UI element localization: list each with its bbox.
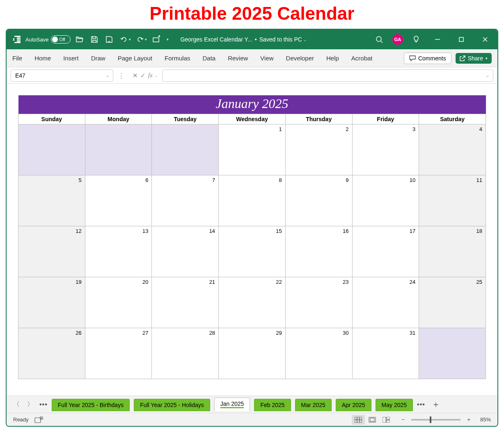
calendar-day-cell[interactable]: [152, 124, 219, 175]
autosave-toggle[interactable]: Off: [51, 35, 71, 44]
svg-rect-5: [153, 38, 159, 42]
calendar-day-cell[interactable]: 2: [285, 124, 352, 175]
close-button[interactable]: [477, 33, 493, 46]
formula-input[interactable]: ⌵: [162, 69, 493, 82]
day-header: Sunday: [18, 114, 85, 124]
lightbulb-icon[interactable]: [410, 34, 422, 45]
open-icon[interactable]: [74, 34, 85, 45]
search-icon[interactable]: [373, 34, 385, 45]
worksheet-area[interactable]: January 2025 SundayMondayTuesdayWednesda…: [7, 84, 497, 396]
calendar-day-cell[interactable]: 19: [18, 277, 85, 328]
ribbon-tab-review[interactable]: Review: [228, 52, 248, 64]
sheet-tab-may-2025[interactable]: May 2025: [376, 399, 413, 411]
maximize-button[interactable]: [453, 33, 470, 46]
redo-dropdown[interactable]: ▾: [145, 37, 147, 41]
sheet-nav-next[interactable]: 〉: [25, 400, 35, 409]
calendar-day-cell[interactable]: 7: [152, 175, 219, 226]
calendar-day-cell[interactable]: 1: [219, 124, 286, 175]
calendar-day-cell[interactable]: 18: [419, 226, 486, 277]
macro-record-icon[interactable]: [34, 416, 44, 423]
page-layout-view-button[interactable]: [366, 415, 379, 425]
sheet-nav-prev[interactable]: 〈: [11, 400, 21, 409]
saved-status-dropdown[interactable]: Saved to this PC ⌵: [259, 36, 306, 43]
calendar-day-cell[interactable]: 6: [85, 175, 152, 226]
comments-button[interactable]: Comments: [404, 53, 451, 64]
sheet-tab-jan-2025[interactable]: Jan 2025: [214, 398, 250, 411]
sheet-tab-full-year-2025-holidays[interactable]: Full Year 2025 - Holidays: [134, 399, 210, 411]
calendar-day-cell[interactable]: 25: [419, 277, 486, 328]
calendar-day-cell[interactable]: 31: [352, 328, 419, 379]
calendar-day-cell[interactable]: 13: [85, 226, 152, 277]
calendar-day-cell[interactable]: 29: [219, 328, 286, 379]
chevron-down-icon[interactable]: ⌵: [155, 74, 157, 78]
zoom-percentage[interactable]: 85%: [474, 416, 491, 423]
calendar-day-cell[interactable]: 22: [219, 277, 286, 328]
redo-icon[interactable]: [134, 34, 146, 45]
more-icon[interactable]: ⋮: [118, 72, 124, 79]
calendar-day-cell[interactable]: 8: [219, 175, 286, 226]
zoom-slider[interactable]: [411, 419, 460, 421]
zoom-out-button[interactable]: −: [399, 416, 408, 423]
calendar-day-cell[interactable]: 27: [85, 328, 152, 379]
calendar-day-cell[interactable]: 17: [352, 226, 419, 277]
calendar-day-cell[interactable]: 28: [152, 328, 219, 379]
sheet-tab-feb-2025[interactable]: Feb 2025: [254, 399, 291, 411]
calendar-day-cell[interactable]: 15: [219, 226, 286, 277]
page-break-view-button[interactable]: [380, 415, 393, 425]
qat-customize-icon[interactable]: ▾: [167, 37, 169, 41]
calendar-day-cell[interactable]: 3: [352, 124, 419, 175]
svg-rect-7: [459, 37, 463, 41]
calendar-day-cell[interactable]: 4: [419, 124, 486, 175]
ribbon-tab-formulas[interactable]: Formulas: [165, 52, 190, 64]
calendar-day-cell[interactable]: 5: [18, 175, 85, 226]
save-pdf-icon[interactable]: [103, 34, 115, 45]
undo-dropdown[interactable]: ▾: [129, 37, 131, 41]
ribbon-tab-insert[interactable]: Insert: [63, 52, 79, 64]
sheet-nav-more[interactable]: •••: [39, 401, 48, 408]
calendar-day-cell[interactable]: [85, 124, 152, 175]
calendar-day-cell[interactable]: 11: [419, 175, 486, 226]
sheet-tab-full-year-2025-birthdays[interactable]: Full Year 2025 - Birthdays: [52, 399, 130, 411]
share-button[interactable]: Share ▾: [456, 53, 492, 64]
chevron-down-icon: ⌵: [486, 73, 489, 78]
user-avatar[interactable]: GA: [392, 34, 403, 45]
ribbon-tab-home[interactable]: Home: [34, 52, 51, 64]
undo-icon[interactable]: [118, 34, 130, 45]
minimize-button[interactable]: [429, 33, 446, 46]
sheet-tab-apr-2025[interactable]: Apr 2025: [336, 399, 371, 411]
calendar-day-cell[interactable]: 14: [152, 226, 219, 277]
normal-view-button[interactable]: [352, 415, 365, 425]
calendar-day-cell[interactable]: 24: [352, 277, 419, 328]
ribbon-tab-view[interactable]: View: [260, 52, 273, 64]
add-sheet-button[interactable]: ＋: [429, 399, 442, 410]
ribbon-tab-draw[interactable]: Draw: [91, 52, 105, 64]
calendar-day-cell[interactable]: [419, 328, 486, 379]
status-bar: Ready − + 85%: [7, 413, 497, 426]
calendar-day-cell[interactable]: 23: [285, 277, 352, 328]
calendar-day-cell[interactable]: 16: [285, 226, 352, 277]
calendar-day-cell[interactable]: 12: [18, 226, 85, 277]
calendar-day-cell[interactable]: [18, 124, 85, 175]
save-icon[interactable]: [89, 34, 100, 45]
fx-icon[interactable]: fx: [148, 72, 153, 79]
calendar-day-cell[interactable]: 9: [285, 175, 352, 226]
cancel-formula-icon[interactable]: ✕: [133, 72, 138, 79]
accept-formula-icon[interactable]: ✓: [140, 72, 146, 79]
sheet-nav-more-right[interactable]: •••: [417, 401, 425, 408]
ribbon-tab-acrobat[interactable]: Acrobat: [351, 52, 373, 64]
zoom-slider-thumb[interactable]: [430, 416, 431, 423]
calendar-day-cell[interactable]: 21: [152, 277, 219, 328]
zoom-in-button[interactable]: +: [465, 416, 473, 423]
ribbon-tab-page-layout[interactable]: Page Layout: [118, 52, 152, 64]
calendar-day-cell[interactable]: 10: [352, 175, 419, 226]
ribbon-tab-help[interactable]: Help: [326, 52, 339, 64]
calendar-day-cell[interactable]: 26: [18, 328, 85, 379]
quick-print-icon[interactable]: [150, 34, 162, 45]
ribbon-tab-data[interactable]: Data: [202, 52, 215, 64]
calendar-day-cell[interactable]: 20: [85, 277, 152, 328]
ribbon-tab-developer[interactable]: Developer: [286, 52, 314, 64]
name-box[interactable]: E47 ⌵: [11, 69, 113, 82]
ribbon-tab-file[interactable]: File: [12, 52, 22, 64]
sheet-tab-mar-2025[interactable]: Mar 2025: [295, 399, 332, 411]
calendar-day-cell[interactable]: 30: [285, 328, 352, 379]
